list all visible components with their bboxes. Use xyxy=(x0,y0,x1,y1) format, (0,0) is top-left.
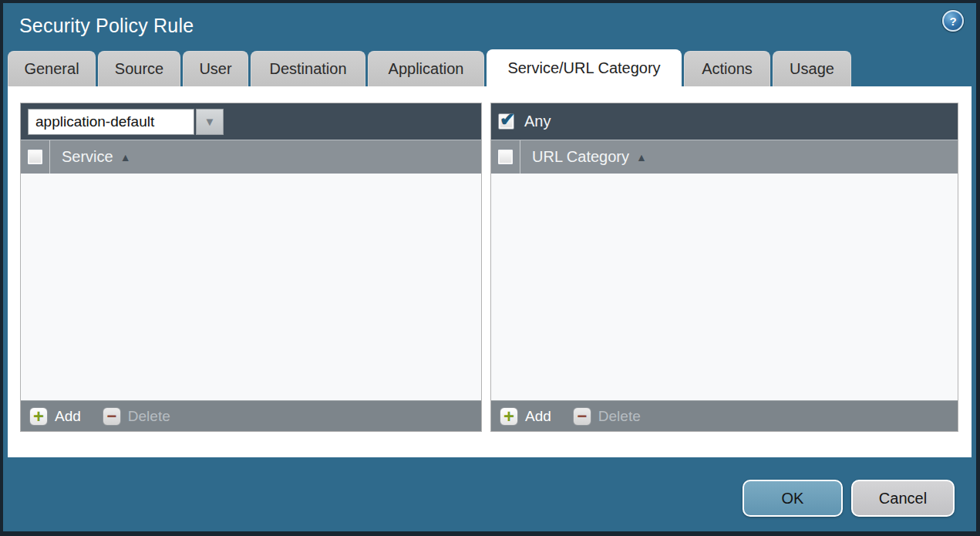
tab-application[interactable]: Application xyxy=(368,51,484,86)
help-glyph: ? xyxy=(949,15,956,28)
tab-destination[interactable]: Destination xyxy=(251,51,365,86)
delete-minus-icon: − xyxy=(573,407,591,426)
service-table-header: ✔ Service ▲ xyxy=(21,140,481,174)
service-delete-button[interactable]: − Delete xyxy=(103,407,170,426)
cancel-button[interactable]: Cancel xyxy=(851,480,955,517)
tab-actions[interactable]: Actions xyxy=(684,51,770,86)
any-checkbox[interactable]: ✔ xyxy=(498,113,514,130)
url-category-add-label: Add xyxy=(525,408,551,425)
url-category-column-header[interactable]: URL Category xyxy=(520,148,629,166)
service-toolbar: ▼ xyxy=(21,103,481,140)
service-type-input[interactable] xyxy=(28,109,194,135)
service-list-body[interactable] xyxy=(21,174,481,400)
service-panel-footer: + Add − Delete xyxy=(21,400,481,431)
add-plus-icon: + xyxy=(500,407,518,426)
tab-bar: General Source User Destination Applicat… xyxy=(8,51,851,86)
url-category-list-body[interactable] xyxy=(491,174,958,400)
tab-usage[interactable]: Usage xyxy=(773,51,851,86)
tab-user[interactable]: User xyxy=(183,51,248,86)
url-category-add-button[interactable]: + Add xyxy=(500,407,551,426)
service-column-header[interactable]: Service xyxy=(50,148,113,166)
url-category-toolbar: ✔ Any xyxy=(491,103,958,140)
sort-asc-icon[interactable]: ▲ xyxy=(636,151,647,163)
ok-button[interactable]: OK xyxy=(743,480,843,517)
service-type-dropdown-button[interactable]: ▼ xyxy=(196,109,224,135)
service-add-button[interactable]: + Add xyxy=(29,407,81,426)
tab-service-url-category[interactable]: Service/URL Category xyxy=(487,49,682,86)
url-category-delete-label: Delete xyxy=(598,408,641,425)
add-plus-icon: + xyxy=(29,407,48,426)
chevron-down-icon: ▼ xyxy=(204,115,216,128)
service-select-all-checkbox[interactable]: ✔ xyxy=(27,149,43,165)
url-category-select-all-checkbox[interactable]: ✔ xyxy=(497,149,514,165)
tab-content-area: ▼ ✔ Service ▲ + Add − xyxy=(8,86,972,457)
sort-asc-icon[interactable]: ▲ xyxy=(120,151,131,163)
url-category-panel-footer: + Add − Delete xyxy=(491,400,958,431)
dialog-titlebar: Security Policy Rule ? xyxy=(3,3,976,48)
help-icon[interactable]: ? xyxy=(942,10,964,32)
check-icon: ✔ xyxy=(500,109,515,130)
security-policy-rule-dialog: Security Policy Rule ? General Source Us… xyxy=(3,3,976,531)
dialog-title: Security Policy Rule xyxy=(19,3,194,48)
service-delete-label: Delete xyxy=(128,408,170,425)
service-panel: ▼ ✔ Service ▲ + Add − xyxy=(20,103,482,432)
url-category-delete-button[interactable]: − Delete xyxy=(573,407,641,426)
delete-minus-icon: − xyxy=(103,407,121,426)
any-label: Any xyxy=(524,113,551,130)
url-category-table-header: ✔ URL Category ▲ xyxy=(491,140,958,174)
service-add-label: Add xyxy=(55,408,81,425)
tab-source[interactable]: Source xyxy=(98,51,180,86)
tab-general[interactable]: General xyxy=(8,51,96,86)
url-category-panel: ✔ Any ✔ URL Category ▲ + Add xyxy=(490,103,958,432)
